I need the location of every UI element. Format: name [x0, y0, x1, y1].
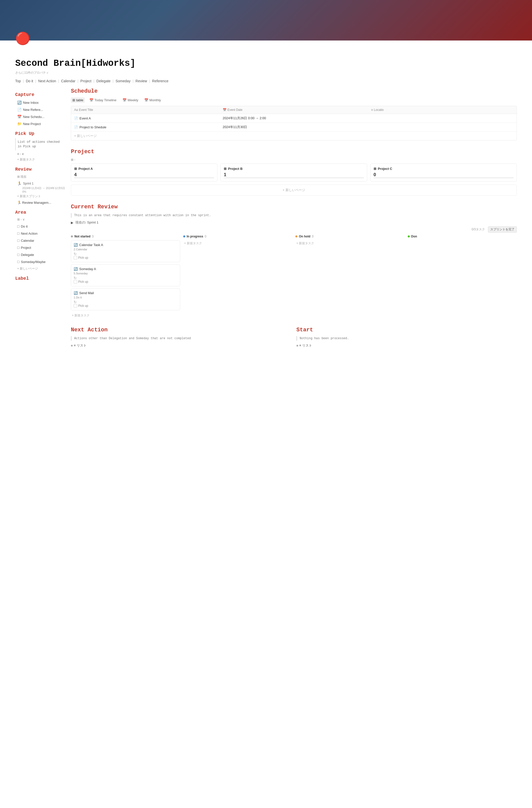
sidebar-item-next-action[interactable]: □ Next Action	[15, 230, 66, 237]
sidebar-item-new-reference[interactable]: 📄 New Refere...	[15, 106, 66, 113]
sidebar-item-new-schedule[interactable]: 📅 New Schedu...	[15, 113, 66, 120]
sidebar-label-title: Label	[15, 276, 66, 281]
schedule-table: Aa Event Title 📅 Event Date ≡ Locatio	[71, 106, 517, 141]
event-page-icon: 📄	[74, 116, 78, 120]
monthly-icon: 📅	[144, 98, 148, 102]
calendar-icon: 📅	[89, 98, 93, 102]
page-tabs: Top | Do it | Next Action | Calendar | P…	[15, 79, 517, 83]
checkbox-someday[interactable]	[74, 280, 77, 283]
schedule-title: Schedule	[71, 88, 517, 94]
tab-project[interactable]: Project	[80, 79, 92, 83]
page-icon-project: □	[17, 245, 19, 250]
sidebar-item-new-project[interactable]: 📁 New Project	[15, 121, 66, 127]
schedule-tab-table[interactable]: ⊞ table	[71, 97, 85, 103]
project-b-num: 1	[224, 172, 364, 178]
table-row[interactable]: 📄 Event A 2024年11月26日 0:00 → 2:00	[71, 114, 517, 123]
project-card-b[interactable]: ⊞ Project B 1	[220, 164, 367, 182]
sidebar-item-delegate[interactable]: □ Delegate	[15, 251, 66, 258]
event-title-cell-2: 📄 Project to Shedule	[71, 123, 220, 131]
sprint-dates: 2024年11月4日 → 2024年12月5日	[22, 186, 66, 190]
sidebar-item-project[interactable]: □ Project	[15, 244, 66, 251]
page-icon-do-it: □	[17, 224, 19, 228]
sidebar-new-page[interactable]: + 新しいページ	[15, 265, 66, 272]
tab-delegate[interactable]: Delegate	[96, 79, 111, 83]
sidebar-sprint-item[interactable]: 🏃 Sprint 1	[15, 181, 66, 186]
project-grid-icon-b: ⊞	[224, 167, 226, 171]
sidebar: Capture 🔄 New Inbox 📄 New Refere... 📅 Ne…	[15, 88, 66, 356]
sidebar-item-new-inbox[interactable]: 🔄 New Inbox	[15, 99, 66, 106]
inbox-icon: 🔄	[17, 100, 21, 105]
start-list[interactable]: ≡ ≡ リスト	[296, 343, 517, 348]
sidebar-review-title: Review	[15, 167, 66, 172]
sprint-pct: 0%	[22, 190, 66, 193]
tab-next-action[interactable]: Next Action	[38, 79, 56, 83]
project-card-c[interactable]: ⊞ Project C 0	[370, 164, 517, 182]
checkbox-send-mail[interactable]	[74, 304, 77, 308]
tab-calendar[interactable]: Calendar	[61, 79, 75, 83]
sprint-complete-button[interactable]: スプリントを完了	[488, 226, 517, 233]
page-icon: 🔴	[15, 31, 30, 45]
tab-reference[interactable]: Reference	[152, 79, 168, 83]
project-c-num: 0	[373, 172, 514, 178]
task-card-someday[interactable]: 🔄 Someday A 5.Someday ↻ Pick up	[71, 264, 180, 286]
sidebar-area-db[interactable]: ⊞ - ∨	[15, 217, 66, 222]
tab-top[interactable]: Top	[15, 79, 21, 83]
schedule-tab-timeline[interactable]: 📅 Today Timeline	[88, 97, 118, 103]
task-sync-icon-3: 🔄	[74, 291, 78, 295]
tab-review[interactable]: Review	[135, 79, 147, 83]
task-count: 0/3タスク	[472, 227, 485, 232]
project-c-bar	[373, 178, 514, 178]
task-checkbox-someday[interactable]: Pick up	[74, 280, 178, 283]
reference-icon: 📄	[17, 108, 21, 112]
event-date-cell: 2024年11月26日 0:00 → 2:00	[220, 114, 368, 123]
task-card-send-mail[interactable]: 🔄 Send Mail 1.Do it ↻ Pick up	[71, 288, 180, 310]
start-title: Start	[296, 327, 517, 333]
task-checkbox-send-mail[interactable]: Pick up	[74, 304, 178, 308]
project-b-bar	[224, 178, 364, 178]
page-icon-delegate: □	[17, 253, 19, 257]
sidebar-item-do-it[interactable]: □ Do it	[15, 223, 66, 229]
schedule-add-row[interactable]: + 新しいページ	[71, 132, 517, 140]
next-action-section: Next Action Actions other than Delegatio…	[71, 327, 291, 348]
task-card-calendar[interactable]: 🔄 Calendar Task A 2.Calendar ↻ Pick up	[71, 240, 180, 262]
sidebar-new-sprint[interactable]: + 新規スプリント	[15, 193, 66, 200]
project-add-card[interactable]: + 新しいページ	[71, 185, 517, 196]
project-a-num: 4	[74, 172, 214, 178]
event-location-cell	[368, 114, 517, 123]
sidebar-review-mgmt[interactable]: 🏃 Review Managem...	[15, 200, 66, 206]
kanban-in-progress: In progress 0 + 新規タスク	[183, 235, 293, 319]
sidebar-capture-title: Capture	[15, 92, 66, 97]
table-icon: ⊞	[72, 98, 75, 102]
project-card-a[interactable]: ⊞ Project A 4	[71, 164, 217, 182]
task-spinner-send-mail: ↻	[74, 300, 178, 304]
tab-someday[interactable]: Someday	[116, 79, 131, 83]
project-folder-icon: 📁	[17, 122, 21, 126]
project-db[interactable]: ⊞ -	[71, 158, 517, 162]
add-task-in-progress[interactable]: + 新規タスク	[183, 240, 293, 246]
col-event-date: 📅 Event Date	[220, 106, 368, 114]
schedule-section: Schedule ⊞ table 📅 Today Timeline 📅 Week…	[71, 88, 517, 141]
schedule-tab-monthly[interactable]: 📅 Monthly	[143, 97, 163, 103]
sidebar-pickup-text: List of actions checked in Pick up	[15, 138, 66, 150]
next-action-title: Next Action	[71, 327, 291, 333]
list-icon: ≡	[371, 108, 373, 112]
sidebar-item-someday[interactable]: □ Someday/Maybe	[15, 258, 66, 265]
start-section: Start Nothing has been processed. ≡ ≡ リス…	[296, 327, 517, 348]
checkbox-calendar[interactable]	[74, 256, 77, 259]
sidebar-new-task-pickup[interactable]: + 新規タスク	[15, 157, 66, 163]
sidebar-item-calendar[interactable]: □ Calendar	[15, 237, 66, 244]
col-event-title: Aa Event Title	[71, 106, 220, 114]
sidebar-review-db[interactable]: ⊞ 現在	[15, 174, 66, 180]
task-sub-calendar: 2.Calendar	[74, 248, 178, 251]
sidebar-pickup-sub[interactable]: ≡ - ∨	[15, 151, 66, 157]
add-task-not-started[interactable]: + 新規タスク	[71, 312, 180, 319]
kanban-done: Don	[408, 235, 517, 319]
schedule-tab-weekly[interactable]: 📅 Weekly	[121, 97, 140, 103]
task-checkbox-calendar[interactable]: Pick up	[74, 256, 178, 259]
tab-do-it[interactable]: Do it	[26, 79, 33, 83]
page-properties[interactable]: さらに11件のプロパティ	[15, 71, 517, 75]
next-action-list[interactable]: ≡ ≡ リスト	[71, 343, 291, 348]
add-task-on-hold[interactable]: + 新規タスク	[295, 240, 405, 246]
table-row[interactable]: 📄 Project to Shedule 2024年11月30日	[71, 123, 517, 132]
event-title-cell: 📄 Event A	[71, 114, 220, 123]
